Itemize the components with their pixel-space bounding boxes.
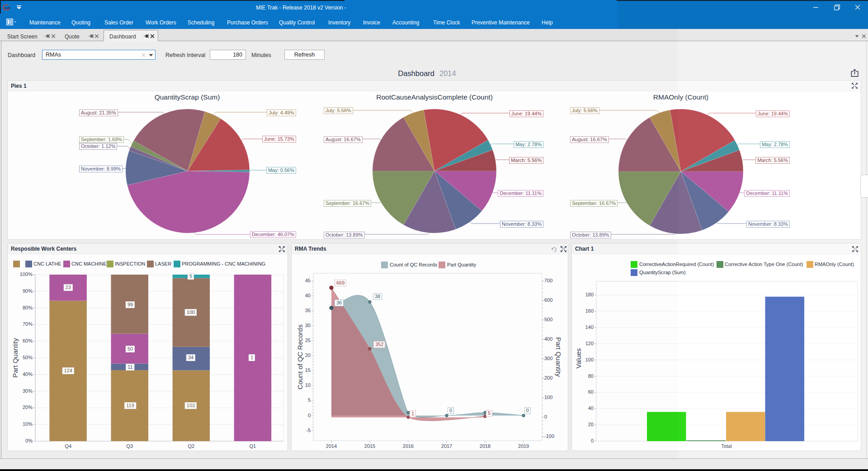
svg-text:mie: mie [5, 6, 11, 10]
